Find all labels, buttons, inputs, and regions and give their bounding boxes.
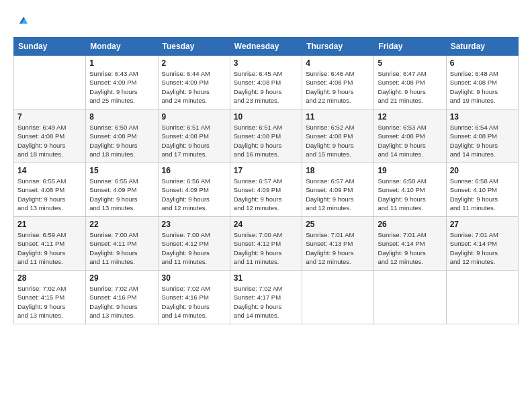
- day-number: 29: [89, 273, 154, 283]
- calendar-cell: 28Sunrise: 7:02 AMSunset: 4:15 PMDayligh…: [14, 271, 86, 324]
- day-info: Sunrise: 6:52 AMSunset: 4:08 PMDaylight:…: [306, 123, 370, 158]
- day-number: 6: [450, 58, 515, 68]
- day-info: Sunrise: 6:48 AMSunset: 4:08 PMDaylight:…: [450, 69, 515, 105]
- header-row: SundayMondayTuesdayWednesdayThursdayFrid…: [14, 38, 519, 56]
- calendar-cell: 30Sunrise: 7:02 AMSunset: 4:16 PMDayligh…: [158, 271, 230, 324]
- day-info: Sunrise: 6:57 AMSunset: 4:09 PMDaylight:…: [234, 177, 298, 212]
- day-number: 3: [234, 58, 298, 68]
- day-info: Sunrise: 6:55 AMSunset: 4:08 PMDaylight:…: [17, 177, 82, 212]
- calendar-cell: [302, 271, 374, 324]
- calendar-week-2: 14Sunrise: 6:55 AMSunset: 4:08 PMDayligh…: [14, 163, 519, 217]
- calendar-cell: 8Sunrise: 6:50 AMSunset: 4:08 PMDaylight…: [86, 109, 158, 163]
- calendar-cell: 29Sunrise: 7:02 AMSunset: 4:16 PMDayligh…: [86, 271, 158, 324]
- logo-icon: [15, 13, 28, 27]
- calendar-cell: 24Sunrise: 7:00 AMSunset: 4:12 PMDayligh…: [230, 217, 302, 271]
- day-number: 26: [378, 220, 442, 229]
- calendar-cell: 22Sunrise: 7:00 AMSunset: 4:11 PMDayligh…: [86, 217, 158, 271]
- calendar-cell: 9Sunrise: 6:51 AMSunset: 4:08 PMDaylight…: [158, 109, 230, 163]
- day-info: Sunrise: 7:02 AMSunset: 4:15 PMDaylight:…: [17, 284, 82, 320]
- day-info: Sunrise: 6:56 AMSunset: 4:09 PMDaylight:…: [162, 177, 226, 212]
- day-info: Sunrise: 6:55 AMSunset: 4:09 PMDaylight:…: [89, 177, 154, 212]
- calendar-cell: 4Sunrise: 6:46 AMSunset: 4:08 PMDaylight…: [302, 56, 374, 109]
- header-cell-wednesday: Wednesday: [230, 38, 302, 56]
- calendar-cell: 12Sunrise: 6:53 AMSunset: 4:08 PMDayligh…: [374, 109, 446, 163]
- calendar-cell: 20Sunrise: 6:58 AMSunset: 4:10 PMDayligh…: [446, 163, 518, 217]
- calendar-cell: [374, 271, 446, 324]
- day-number: 20: [450, 166, 515, 175]
- header-cell-friday: Friday: [374, 38, 446, 56]
- day-info: Sunrise: 7:02 AMSunset: 4:17 PMDaylight:…: [234, 284, 298, 320]
- calendar-table: SundayMondayTuesdayWednesdayThursdayFrid…: [13, 37, 519, 324]
- day-info: Sunrise: 7:02 AMSunset: 4:16 PMDaylight:…: [162, 284, 226, 320]
- calendar-cell: [446, 271, 518, 324]
- header-cell-sunday: Sunday: [14, 38, 86, 56]
- calendar-cell: 25Sunrise: 7:01 AMSunset: 4:13 PMDayligh…: [302, 217, 374, 271]
- day-info: Sunrise: 6:46 AMSunset: 4:08 PMDaylight:…: [306, 69, 370, 105]
- day-number: 18: [306, 166, 370, 175]
- day-info: Sunrise: 6:47 AMSunset: 4:08 PMDaylight:…: [378, 69, 442, 105]
- calendar-cell: 14Sunrise: 6:55 AMSunset: 4:08 PMDayligh…: [14, 163, 86, 217]
- calendar-cell: 7Sunrise: 6:49 AMSunset: 4:08 PMDaylight…: [14, 109, 86, 163]
- calendar-cell: 5Sunrise: 6:47 AMSunset: 4:08 PMDaylight…: [374, 56, 446, 109]
- day-number: 8: [89, 112, 154, 122]
- day-number: 17: [234, 166, 298, 175]
- header-cell-saturday: Saturday: [446, 38, 518, 56]
- calendar-cell: 6Sunrise: 6:48 AMSunset: 4:08 PMDaylight…: [446, 56, 518, 109]
- logo: [13, 13, 30, 30]
- calendar-cell: 1Sunrise: 6:43 AMSunset: 4:09 PMDaylight…: [86, 56, 158, 109]
- day-number: 11: [306, 112, 370, 122]
- calendar-cell: 23Sunrise: 7:00 AMSunset: 4:12 PMDayligh…: [158, 217, 230, 271]
- day-number: 13: [450, 112, 515, 122]
- day-number: 2: [162, 58, 226, 68]
- day-info: Sunrise: 6:51 AMSunset: 4:08 PMDaylight:…: [162, 123, 226, 158]
- day-info: Sunrise: 7:00 AMSunset: 4:12 PMDaylight:…: [234, 230, 298, 266]
- day-info: Sunrise: 6:59 AMSunset: 4:11 PMDaylight:…: [17, 230, 82, 266]
- day-info: Sunrise: 7:02 AMSunset: 4:16 PMDaylight:…: [89, 284, 154, 320]
- day-number: 15: [89, 166, 154, 175]
- day-info: Sunrise: 6:49 AMSunset: 4:08 PMDaylight:…: [17, 123, 82, 158]
- calendar-cell: 27Sunrise: 7:01 AMSunset: 4:14 PMDayligh…: [446, 217, 518, 271]
- day-number: 27: [450, 220, 515, 229]
- calendar-cell: 19Sunrise: 6:58 AMSunset: 4:10 PMDayligh…: [374, 163, 446, 217]
- header-cell-thursday: Thursday: [302, 38, 374, 56]
- calendar-cell: 26Sunrise: 7:01 AMSunset: 4:14 PMDayligh…: [374, 217, 446, 271]
- day-number: 21: [17, 220, 82, 229]
- day-number: 30: [162, 273, 226, 283]
- day-info: Sunrise: 6:58 AMSunset: 4:10 PMDaylight:…: [450, 177, 515, 212]
- calendar-cell: 3Sunrise: 6:45 AMSunset: 4:08 PMDaylight…: [230, 56, 302, 109]
- day-number: 22: [89, 220, 154, 229]
- day-number: 16: [162, 166, 226, 175]
- day-info: Sunrise: 7:01 AMSunset: 4:14 PMDaylight:…: [378, 230, 442, 266]
- calendar-cell: 31Sunrise: 7:02 AMSunset: 4:17 PMDayligh…: [230, 271, 302, 324]
- calendar-cell: 11Sunrise: 6:52 AMSunset: 4:08 PMDayligh…: [302, 109, 374, 163]
- header: [13, 13, 519, 30]
- day-number: 4: [306, 58, 370, 68]
- header-cell-monday: Monday: [86, 38, 158, 56]
- calendar-cell: 15Sunrise: 6:55 AMSunset: 4:09 PMDayligh…: [86, 163, 158, 217]
- day-number: 23: [162, 220, 226, 229]
- calendar-cell: 16Sunrise: 6:56 AMSunset: 4:09 PMDayligh…: [158, 163, 230, 217]
- day-info: Sunrise: 6:44 AMSunset: 4:09 PMDaylight:…: [162, 69, 226, 105]
- calendar-cell: 10Sunrise: 6:51 AMSunset: 4:08 PMDayligh…: [230, 109, 302, 163]
- day-number: 31: [234, 273, 298, 283]
- day-info: Sunrise: 6:53 AMSunset: 4:08 PMDaylight:…: [378, 123, 442, 158]
- calendar-week-4: 28Sunrise: 7:02 AMSunset: 4:15 PMDayligh…: [14, 271, 519, 324]
- calendar-week-0: 1Sunrise: 6:43 AMSunset: 4:09 PMDaylight…: [14, 56, 519, 109]
- calendar-cell: 18Sunrise: 6:57 AMSunset: 4:09 PMDayligh…: [302, 163, 374, 217]
- day-number: 1: [89, 58, 154, 68]
- day-info: Sunrise: 6:54 AMSunset: 4:08 PMDaylight:…: [450, 123, 515, 158]
- day-info: Sunrise: 7:01 AMSunset: 4:13 PMDaylight:…: [306, 230, 370, 266]
- day-info: Sunrise: 6:58 AMSunset: 4:10 PMDaylight:…: [378, 177, 442, 212]
- day-number: 19: [378, 166, 442, 175]
- calendar-cell: 17Sunrise: 6:57 AMSunset: 4:09 PMDayligh…: [230, 163, 302, 217]
- day-number: 9: [162, 112, 226, 122]
- day-info: Sunrise: 6:50 AMSunset: 4:08 PMDaylight:…: [89, 123, 154, 158]
- day-number: 24: [234, 220, 298, 229]
- calendar-cell: 13Sunrise: 6:54 AMSunset: 4:08 PMDayligh…: [446, 109, 518, 163]
- day-number: 10: [234, 112, 298, 122]
- calendar-cell: [14, 56, 86, 109]
- day-number: 14: [17, 166, 82, 175]
- day-number: 12: [378, 112, 442, 122]
- header-cell-tuesday: Tuesday: [158, 38, 230, 56]
- day-number: 25: [306, 220, 370, 229]
